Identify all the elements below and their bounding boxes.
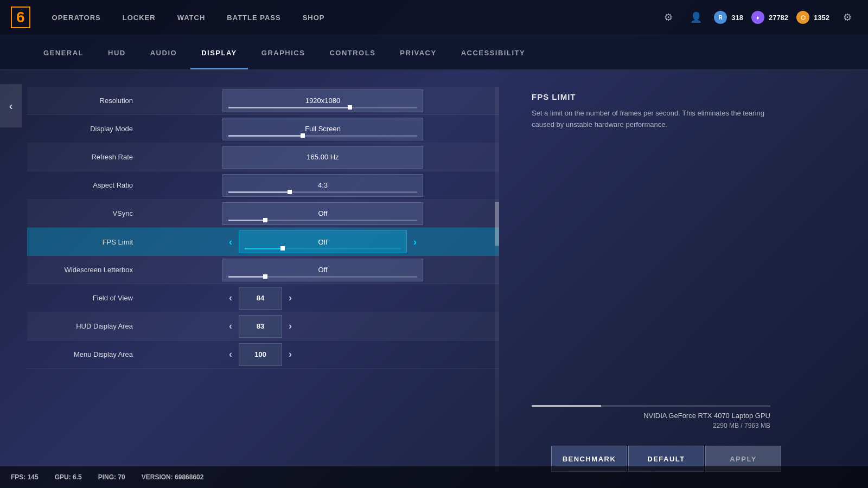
control-refresh-rate[interactable]: 165.00 Hz bbox=[146, 146, 499, 169]
settings-wrapper: Resolution 1920x1080 Display Mode Full S… bbox=[27, 87, 499, 472]
tab-general[interactable]: GENERAL bbox=[33, 38, 94, 69]
control-widescreen[interactable]: Off bbox=[146, 259, 499, 281]
control-hud-area[interactable]: ‹ 83 › bbox=[146, 315, 499, 338]
tab-controls[interactable]: CONTROLS bbox=[318, 38, 386, 69]
info-top: FPS LIMIT Set a limit on the number of f… bbox=[521, 87, 781, 136]
row-widescreen: Widescreen Letterbox Off bbox=[27, 256, 499, 284]
row-resolution: Resolution 1920x1080 bbox=[27, 87, 499, 115]
gpu-info: NVIDIA GeForce RTX 4070 Laptop GPU 2290 … bbox=[521, 400, 781, 435]
nav-items: OPERATORS LOCKER WATCH BATTLE PASS SHOP bbox=[52, 14, 659, 22]
hud-area-increase[interactable]: › bbox=[282, 316, 298, 336]
fps-limit-value[interactable]: Off bbox=[239, 230, 407, 253]
hud-area-decrease[interactable]: ‹ bbox=[222, 316, 239, 336]
label-resolution: Resolution bbox=[27, 97, 146, 105]
scroll-thumb[interactable] bbox=[495, 202, 499, 246]
gpu-memory-bar bbox=[532, 405, 770, 407]
tab-display[interactable]: DISPLAY bbox=[190, 38, 248, 69]
label-fov: Field of View bbox=[27, 294, 146, 302]
menu-area-decrease[interactable]: ‹ bbox=[222, 344, 239, 364]
control-display-mode[interactable]: Full Screen bbox=[146, 118, 499, 140]
row-refresh-rate: Refresh Rate 165.00 Hz bbox=[27, 143, 499, 171]
slider-widescreen[interactable]: Off bbox=[222, 259, 423, 281]
tab-hud[interactable]: HUD bbox=[97, 38, 137, 69]
menu-area-control: ‹ 100 › bbox=[222, 343, 423, 366]
search-icon[interactable]: ⚙ bbox=[659, 8, 678, 27]
fov-control: ‹ 84 › bbox=[222, 287, 423, 310]
r6-credits-icon: ♦ bbox=[751, 11, 764, 24]
top-nav: 6 OPERATORS LOCKER WATCH BATTLE PASS SHO… bbox=[0, 0, 868, 35]
tab-accessibility[interactable]: ACCESSIBILITY bbox=[450, 38, 536, 69]
label-menu-area: Menu Display Area bbox=[27, 350, 146, 358]
status-fps: FPS: 145 bbox=[11, 473, 39, 481]
fps-limit-increase[interactable]: › bbox=[407, 232, 423, 252]
gpu-name: NVIDIA GeForce RTX 4070 Laptop GPU bbox=[532, 412, 770, 420]
control-fov[interactable]: ‹ 84 › bbox=[146, 287, 499, 310]
fov-increase[interactable]: › bbox=[282, 288, 298, 308]
fov-decrease[interactable]: ‹ bbox=[222, 288, 239, 308]
row-hud-area: HUD Display Area ‹ 83 › bbox=[27, 312, 499, 341]
control-vsync[interactable]: Off bbox=[146, 202, 499, 225]
info-panel: FPS LIMIT Set a limit on the number of f… bbox=[521, 87, 781, 472]
info-title: FPS LIMIT bbox=[532, 92, 770, 101]
label-widescreen: Widescreen Letterbox bbox=[27, 266, 146, 274]
status-bar: FPS: 145 GPU: 6.5 PING: 70 VERSION: 6986… bbox=[0, 466, 868, 488]
row-aspect-ratio: Aspect Ratio 4:3 bbox=[27, 171, 499, 200]
settings-rows: Resolution 1920x1080 Display Mode Full S… bbox=[27, 87, 499, 369]
status-gpu: GPU: 6.5 bbox=[55, 473, 82, 481]
currency-renown: R 318 bbox=[714, 11, 743, 24]
slider-resolution[interactable]: 1920x1080 bbox=[222, 89, 423, 112]
profile-icon[interactable]: 👤 bbox=[686, 8, 706, 27]
premium-icon: ⬡ bbox=[796, 11, 809, 24]
settings-tabs: GENERAL HUD AUDIO DISPLAY GRAPHICS CONTR… bbox=[0, 35, 868, 70]
fps-limit-control: ‹ Off › bbox=[222, 230, 423, 253]
row-fov: Field of View ‹ 84 › bbox=[27, 284, 499, 312]
game-logo: 6 bbox=[11, 7, 30, 28]
currency-r6: ♦ 27782 bbox=[751, 11, 788, 24]
gpu-memory: 2290 MB / 7963 MB bbox=[532, 422, 770, 429]
label-refresh-rate: Refresh Rate bbox=[27, 153, 146, 161]
renown-icon: R bbox=[714, 11, 727, 24]
nav-shop[interactable]: SHOP bbox=[303, 14, 325, 22]
nav-watch[interactable]: WATCH bbox=[177, 14, 206, 22]
slider-aspect-ratio[interactable]: 4:3 bbox=[222, 174, 423, 197]
info-bottom: NVIDIA GeForce RTX 4070 Laptop GPU 2290 … bbox=[521, 400, 781, 472]
tab-graphics[interactable]: GRAPHICS bbox=[251, 38, 316, 69]
info-description: Set a limit on the number of frames per … bbox=[532, 108, 770, 131]
label-hud-area: HUD Display Area bbox=[27, 322, 146, 330]
row-fps-limit: FPS Limit ‹ Off › bbox=[27, 228, 499, 256]
label-vsync: VSync bbox=[27, 209, 146, 217]
hud-area-control: ‹ 83 › bbox=[222, 315, 423, 338]
main-content: Resolution 1920x1080 Display Mode Full S… bbox=[0, 70, 868, 488]
slider-display-mode[interactable]: Full Screen bbox=[222, 118, 423, 140]
tab-privacy[interactable]: PRIVACY bbox=[389, 38, 447, 69]
hud-area-value: 83 bbox=[239, 315, 282, 338]
settings-icon[interactable]: ⚙ bbox=[838, 8, 857, 27]
nav-operators[interactable]: OPERATORS bbox=[52, 14, 101, 22]
gpu-memory-fill bbox=[532, 405, 601, 407]
control-fps-limit[interactable]: ‹ Off › bbox=[146, 230, 499, 253]
control-menu-area[interactable]: ‹ 100 › bbox=[146, 343, 499, 366]
tab-audio[interactable]: AUDIO bbox=[139, 38, 188, 69]
row-menu-area: Menu Display Area ‹ 100 › bbox=[27, 341, 499, 369]
nav-right: ⚙ 👤 R 318 ♦ 27782 ⬡ 1352 ⚙ bbox=[659, 8, 857, 27]
control-aspect-ratio[interactable]: 4:3 bbox=[146, 174, 499, 197]
nav-battlepass[interactable]: BATTLE PASS bbox=[227, 14, 280, 22]
back-button[interactable]: ‹ bbox=[0, 84, 22, 127]
row-vsync: VSync Off bbox=[27, 200, 499, 228]
slider-refresh-rate[interactable]: 165.00 Hz bbox=[222, 146, 423, 169]
menu-area-value: 100 bbox=[239, 343, 282, 366]
label-display-mode: Display Mode bbox=[27, 125, 146, 133]
status-version: VERSION: 69868602 bbox=[142, 473, 204, 481]
control-resolution[interactable]: 1920x1080 bbox=[146, 89, 499, 112]
row-display-mode: Display Mode Full Screen bbox=[27, 115, 499, 143]
status-ping: PING: 70 bbox=[98, 473, 125, 481]
label-aspect-ratio: Aspect Ratio bbox=[27, 181, 146, 189]
label-fps-limit: FPS Limit bbox=[27, 238, 146, 246]
scrollbar[interactable] bbox=[495, 87, 499, 472]
currency-premium: ⬡ 1352 bbox=[796, 11, 829, 24]
fps-limit-decrease[interactable]: ‹ bbox=[222, 232, 239, 252]
nav-locker[interactable]: LOCKER bbox=[123, 14, 156, 22]
menu-area-increase[interactable]: › bbox=[282, 344, 298, 364]
slider-vsync[interactable]: Off bbox=[222, 202, 423, 225]
fov-value: 84 bbox=[239, 287, 282, 310]
